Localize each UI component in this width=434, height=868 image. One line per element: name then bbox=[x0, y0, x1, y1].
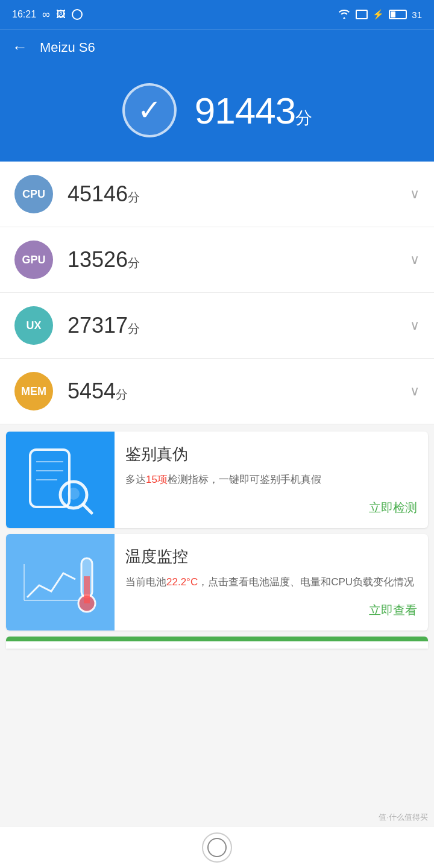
verify-card-desc: 多达15项检测指标，一键即可鉴别手机真假 bbox=[125, 472, 417, 494]
score-items-list: CPU 45146分 ∨ GPU 13526分 ∨ UX 27317分 ∨ ME… bbox=[0, 162, 434, 424]
temperature-card-image bbox=[6, 534, 115, 631]
circle-icon bbox=[72, 9, 83, 20]
score-check-circle: ✓ bbox=[122, 83, 177, 137]
cpu-chevron-icon: ∨ bbox=[410, 186, 420, 202]
temperature-card[interactable]: 温度监控 当前电池22.2°C，点击查看电池温度、电量和CPU负载变化情况 立即… bbox=[6, 534, 428, 631]
home-circle-icon bbox=[207, 838, 227, 857]
svg-point-6 bbox=[68, 488, 80, 500]
temperature-card-content: 温度监控 当前电池22.2°C，点击查看电池温度、电量和CPU负载变化情况 立即… bbox=[115, 534, 428, 631]
gpu-score: 13526分 bbox=[68, 247, 410, 272]
score-display: 91443分 bbox=[195, 89, 312, 132]
page-title: Meizu S6 bbox=[40, 40, 95, 55]
score-item-ux[interactable]: UX 27317分 ∨ bbox=[0, 293, 434, 359]
wifi-icon bbox=[338, 8, 351, 21]
sim-icon bbox=[356, 10, 368, 19]
partial-card bbox=[6, 637, 428, 649]
temperature-card-title: 温度监控 bbox=[125, 546, 417, 567]
temperature-card-desc: 当前电池22.2°C，点击查看电池温度、电量和CPU负载变化情况 bbox=[125, 574, 417, 596]
mem-score: 5454分 bbox=[68, 379, 410, 404]
svg-rect-9 bbox=[84, 576, 90, 603]
bottom-nav bbox=[0, 826, 434, 868]
app-header: ← Meizu S6 bbox=[0, 29, 434, 65]
verify-card-action[interactable]: 立即检测 bbox=[125, 500, 417, 516]
score-item-gpu[interactable]: GPU 13526分 ∨ bbox=[0, 227, 434, 293]
status-right: ⚡ 31 bbox=[338, 8, 422, 21]
gpu-badge: GPU bbox=[14, 241, 53, 279]
back-button[interactable]: ← bbox=[12, 38, 28, 57]
score-item-cpu[interactable]: CPU 45146分 ∨ bbox=[0, 162, 434, 227]
cpu-score: 45146分 bbox=[68, 181, 410, 207]
watermark: 值·什么值得买 bbox=[379, 812, 428, 823]
mem-badge: MEM bbox=[14, 372, 53, 410]
charging-icon: ⚡ bbox=[373, 9, 384, 20]
checkmark-icon: ✓ bbox=[137, 96, 162, 125]
ux-badge: UX bbox=[14, 306, 53, 345]
temperature-card-action[interactable]: 立即查看 bbox=[125, 602, 417, 618]
score-section: ✓ 91443分 bbox=[0, 65, 434, 162]
battery-level: 31 bbox=[412, 10, 422, 20]
status-left: 16:21 ∞ 🖼 bbox=[12, 8, 83, 21]
image-icon: 🖼 bbox=[56, 9, 66, 20]
cpu-badge: CPU bbox=[14, 175, 53, 213]
verify-card-title: 鉴别真伪 bbox=[125, 444, 417, 465]
status-bar: 16:21 ∞ 🖼 ⚡ 31 bbox=[0, 0, 434, 29]
home-button[interactable] bbox=[202, 832, 232, 863]
ux-chevron-icon: ∨ bbox=[410, 318, 420, 333]
verify-card[interactable]: 鉴别真伪 多达15项检测指标，一键即可鉴别手机真假 立即检测 bbox=[6, 432, 428, 528]
score-item-mem[interactable]: MEM 5454分 ∨ bbox=[0, 359, 434, 424]
gpu-chevron-icon: ∨ bbox=[410, 252, 420, 268]
svg-line-5 bbox=[83, 505, 92, 513]
verify-card-image bbox=[6, 432, 115, 528]
total-score: 91443分 bbox=[195, 90, 312, 131]
verify-card-content: 鉴别真伪 多达15项检测指标，一键即可鉴别手机真假 立即检测 bbox=[115, 432, 428, 528]
battery-icon bbox=[389, 10, 407, 19]
partial-card-bar bbox=[6, 637, 428, 641]
mem-chevron-icon: ∨ bbox=[410, 383, 420, 399]
cards-section: 鉴别真伪 多达15项检测指标，一键即可鉴别手机真假 立即检测 温度监控 bbox=[0, 432, 434, 649]
status-time: 16:21 bbox=[12, 9, 36, 20]
ux-score: 27317分 bbox=[68, 313, 410, 338]
infinity-icon: ∞ bbox=[42, 8, 50, 21]
svg-rect-0 bbox=[30, 450, 69, 507]
